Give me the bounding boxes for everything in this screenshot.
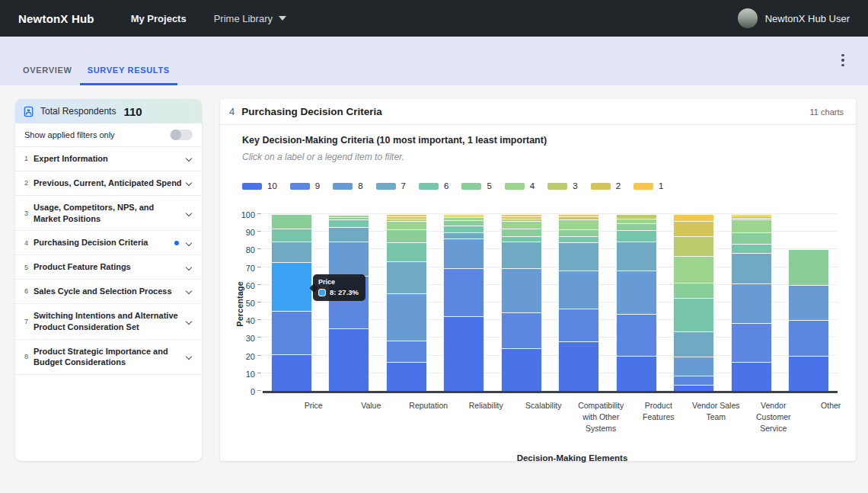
x-category-label-text[interactable]: Price [305, 400, 323, 435]
bar-segment-10[interactable] [386, 362, 427, 391]
bar-segment-5[interactable] [673, 283, 714, 298]
bar-segment-1[interactable] [673, 214, 714, 221]
bar-segment-8[interactable] [386, 293, 427, 340]
sidebar-section-2[interactable]: 2Previous, Current, Anticipated Spend [15, 171, 202, 196]
bar-segment-7[interactable] [271, 242, 312, 263]
bar-segment-10[interactable] [673, 385, 714, 391]
bar-segment-8[interactable] [788, 285, 829, 320]
bar-segment-3[interactable] [673, 236, 714, 257]
bar-segment-6[interactable] [501, 236, 542, 242]
bar-value[interactable] [328, 214, 369, 391]
legend-item-8[interactable]: 8 [333, 181, 362, 190]
bar-segment-4[interactable] [558, 219, 599, 229]
bar-segment-10[interactable] [558, 341, 599, 391]
bar-segment-7[interactable] [558, 242, 599, 271]
bar-segment-8[interactable] [443, 238, 484, 268]
bar-segment-5[interactable] [386, 229, 427, 242]
bar-segment-10[interactable] [328, 328, 369, 391]
nav-prime-library[interactable]: Prime Library [214, 13, 286, 24]
x-category-label-text[interactable]: Vendor Customer Service [745, 400, 803, 435]
bar-price[interactable] [271, 214, 312, 391]
x-category-label-text[interactable]: Compatibility with Other Systems [573, 400, 630, 435]
bar-segment-10[interactable] [616, 356, 657, 391]
x-category-label-text[interactable]: Product Features [630, 400, 688, 435]
bar-segment-8[interactable] [731, 283, 772, 323]
bar-segment-9[interactable] [558, 309, 599, 341]
bar-segment-10[interactable] [788, 356, 829, 391]
bar-vendor-sales-team[interactable] [673, 214, 714, 391]
more-options-icon[interactable] [836, 50, 850, 70]
bar-segment-9[interactable] [788, 320, 829, 355]
legend-item-9[interactable]: 9 [290, 181, 320, 190]
bar-segment-6[interactable] [616, 230, 657, 242]
bar-segment-6[interactable] [271, 229, 312, 242]
x-category-label-text[interactable]: Scalability [525, 400, 561, 435]
sidebar-section-1[interactable]: 1Expert Information [15, 147, 202, 171]
legend-item-3[interactable]: 3 [547, 181, 577, 190]
bar-segment-8[interactable] [616, 271, 657, 314]
bar-segment-9[interactable] [673, 376, 714, 385]
bar-segment-5[interactable] [271, 214, 312, 229]
legend-item-4[interactable]: 4 [505, 181, 535, 190]
bar-compatibility-with-other-systems[interactable] [558, 214, 599, 391]
bar-segment-9[interactable] [616, 314, 657, 356]
bar-segment-5[interactable] [558, 229, 599, 236]
bar-segment-6[interactable] [558, 236, 599, 242]
bar-vendor-customer-service[interactable] [731, 214, 772, 391]
bar-segment-8[interactable] [673, 357, 714, 376]
bar-segment-4[interactable] [616, 219, 657, 224]
bar-segment-7[interactable] [328, 227, 369, 242]
bar-segment-6[interactable] [386, 242, 427, 262]
bar-segment-6[interactable] [673, 298, 714, 331]
bar-segment-9[interactable] [271, 311, 312, 354]
bar-reputation[interactable] [386, 214, 427, 391]
bar-segment-2[interactable] [673, 221, 714, 235]
sidebar-section-7[interactable]: 7Switching Intentions and Alternative Pr… [15, 304, 202, 340]
bar-segment-9[interactable] [443, 268, 484, 316]
bar-segment-8[interactable] [501, 268, 542, 312]
legend-item-7[interactable]: 7 [376, 181, 406, 190]
bar-segment-7[interactable] [501, 242, 542, 268]
bar-segment-10[interactable] [731, 362, 772, 391]
bar-segment-7[interactable] [443, 232, 484, 238]
bar-segment-7[interactable] [616, 242, 657, 271]
bar-segment-9[interactable] [731, 323, 772, 362]
bar-segment-7[interactable] [386, 261, 427, 293]
sidebar-section-3[interactable]: 3Usage, Competitors, NPS, and Market Pos… [15, 196, 202, 232]
sidebar-section-4[interactable]: 4Purchasing Decision Criteria [15, 231, 202, 255]
bar-segment-10[interactable] [271, 354, 312, 391]
bar-segment-5[interactable] [731, 232, 772, 244]
bar-segment-8[interactable] [558, 271, 599, 309]
bar-segment-7[interactable] [673, 331, 714, 357]
bar-segment-6[interactable] [443, 226, 484, 232]
bar-segment-8[interactable] [271, 262, 312, 310]
bar-segment-6[interactable] [328, 219, 369, 227]
legend-item-2[interactable]: 2 [591, 181, 621, 190]
x-category-label-text[interactable]: Reliability [469, 400, 503, 435]
bar-segment-10[interactable] [501, 348, 542, 391]
bar-segment-6[interactable] [731, 244, 772, 253]
bar-segment-10[interactable] [443, 316, 484, 391]
legend-item-5[interactable]: 5 [461, 181, 491, 190]
sidebar-section-6[interactable]: 6Sales Cycle and Selection Process [15, 280, 202, 304]
avatar[interactable] [738, 8, 758, 28]
bar-segment-4[interactable] [501, 221, 542, 229]
nav-my-projects[interactable]: My Projects [131, 13, 187, 24]
bar-segment-5[interactable] [616, 223, 657, 229]
bar-segment-8[interactable] [328, 242, 369, 276]
sidebar-section-5[interactable]: 5Product Feature Ratings [15, 255, 202, 280]
bar-segment-4[interactable] [673, 256, 714, 283]
bar-segment-4[interactable] [386, 221, 427, 229]
bar-reliability[interactable] [443, 214, 484, 391]
x-category-label-text[interactable]: Vendor Sales Team [688, 400, 745, 435]
bar-other[interactable] [788, 249, 829, 391]
tab-survey-results[interactable]: SURVEY RESULTS [80, 66, 177, 85]
bar-segment-5[interactable] [443, 220, 484, 226]
legend-item-1[interactable]: 1 [633, 181, 663, 190]
x-category-label-text[interactable]: Reputation [409, 400, 448, 435]
bar-segment-4[interactable] [731, 219, 772, 232]
applied-filters-toggle[interactable] [170, 130, 193, 140]
bar-segment-9[interactable] [501, 312, 542, 348]
bar-product-features[interactable] [616, 214, 657, 391]
legend-item-6[interactable]: 6 [419, 181, 448, 190]
